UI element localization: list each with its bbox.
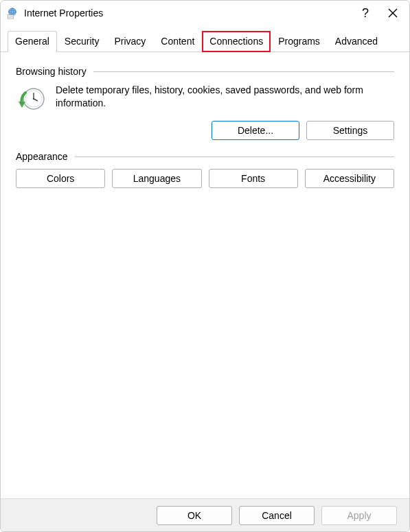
svg-marker-12 [19, 102, 25, 108]
browsing-history-buttons: Delete... Settings [16, 121, 394, 140]
help-button[interactable]: ? [352, 3, 379, 23]
svg-point-0 [9, 8, 16, 16]
ok-button[interactable]: OK [157, 506, 232, 525]
history-clock-icon [16, 85, 46, 115]
apply-button: Apply [321, 506, 397, 525]
internet-options-icon [6, 7, 19, 19]
tab-connections[interactable]: Connections [202, 31, 271, 52]
settings-button[interactable]: Settings [306, 121, 394, 140]
svg-point-11 [33, 98, 35, 100]
tab-advanced[interactable]: Advanced [328, 31, 385, 52]
tab-general[interactable]: General [8, 31, 57, 52]
browsing-history-description: Delete temporary files, history, cookies… [56, 84, 394, 110]
tab-strip: General Security Privacy Content Connect… [1, 31, 409, 52]
appearance-label: Appearance [16, 151, 68, 162]
browsing-history-row: Delete temporary files, history, cookies… [16, 84, 394, 115]
window-title: Internet Properties [24, 8, 352, 19]
appearance-buttons: Colors Languages Fonts Accessibility [16, 169, 394, 188]
languages-button[interactable]: Languages [112, 169, 201, 188]
fonts-button[interactable]: Fonts [209, 169, 298, 188]
delete-button[interactable]: Delete... [212, 121, 299, 140]
divider [75, 157, 394, 157]
tab-content[interactable]: Content [153, 31, 202, 52]
appearance-group-label: Appearance [16, 151, 394, 162]
divider [93, 71, 394, 72]
tab-privacy[interactable]: Privacy [106, 31, 153, 52]
general-panel: Browsing history Delete temporary files,… [1, 52, 409, 195]
dialog-footer: OK Cancel Apply [1, 498, 409, 531]
browsing-history-group-label: Browsing history [16, 66, 394, 77]
colors-button[interactable]: Colors [16, 169, 105, 188]
svg-rect-2 [8, 15, 14, 19]
cancel-button[interactable]: Cancel [239, 506, 315, 525]
accessibility-button[interactable]: Accessibility [305, 169, 394, 188]
browsing-history-label: Browsing history [16, 66, 87, 77]
titlebar: Internet Properties ? [1, 1, 409, 25]
tab-security[interactable]: Security [57, 31, 107, 52]
close-button[interactable] [379, 3, 407, 23]
tab-programs[interactable]: Programs [271, 31, 328, 52]
